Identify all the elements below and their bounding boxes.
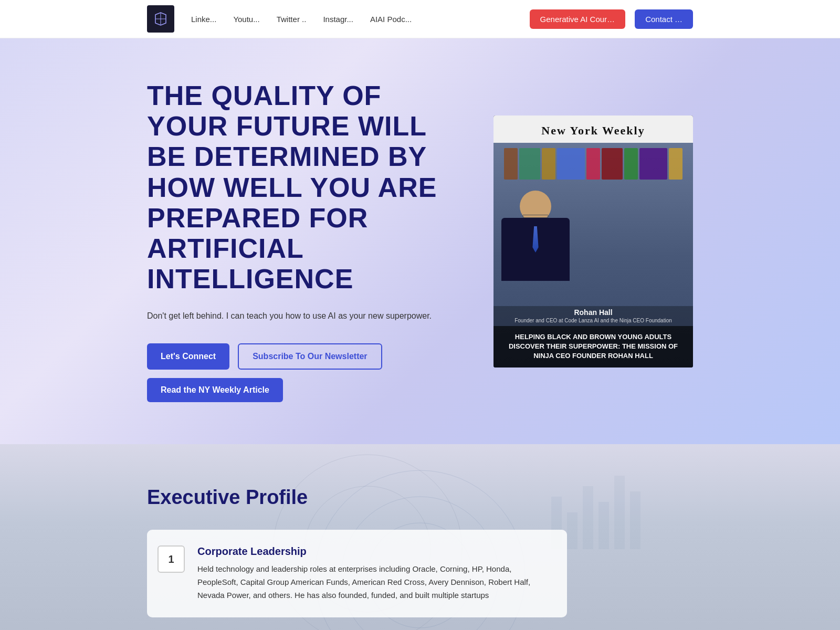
nav-podcast[interactable]: AIAI Podc... <box>363 10 419 28</box>
profile-card-title: Corporate Leadership <box>197 545 551 558</box>
executive-profile-section: Executive Profile 1 Corporate Leadership… <box>0 444 840 630</box>
nav-instagram[interactable]: Instagr... <box>316 10 361 28</box>
svg-rect-7 <box>598 502 609 549</box>
executive-profile-title: Executive Profile <box>147 486 693 509</box>
hero-buttons: Let's Connect Subscribe To Our Newslette… <box>147 343 462 402</box>
nav-youtube[interactable]: Youtu... <box>226 10 267 28</box>
nav-twitter[interactable]: Twitter .. <box>269 10 314 28</box>
read-ny-weekly-button[interactable]: Read the NY Weekly Article <box>147 378 283 402</box>
profile-card-content: Corporate Leadership Held technology and… <box>197 545 551 602</box>
navbar: Linke... Youtu... Twitter .. Instagr... … <box>0 0 840 38</box>
logo[interactable] <box>147 5 174 33</box>
hero-subtitle: Don't get left behind. I can teach you h… <box>147 309 462 323</box>
nav-links: Linke... Youtu... Twitter .. Instagr... … <box>184 10 520 28</box>
hero-section: THE QUALITY OF YOUR FUTURE WILL BE DETER… <box>0 38 840 444</box>
hero-title: THE QUALITY OF YOUR FUTURE WILL BE DETER… <box>147 80 462 295</box>
magazine-cover: New York Weekly <box>494 116 693 368</box>
magazine-person-image <box>494 191 578 306</box>
generative-ai-course-button[interactable]: Generative AI Cour… <box>530 9 626 29</box>
svg-rect-5 <box>567 512 578 549</box>
contact-button[interactable]: Contact … <box>635 9 693 29</box>
magazine-headline: HELPING BLACK AND BROWN YOUNG ADULTS DIS… <box>494 326 693 368</box>
magazine-photo: Rohan Hall Founder and CEO at Code Lanza… <box>494 143 693 368</box>
lets-connect-button[interactable]: Let's Connect <box>147 343 229 370</box>
magazine-person-name: Rohan Hall Founder and CEO at Code Lanza… <box>494 306 693 326</box>
hero-right: New York Weekly <box>494 116 693 368</box>
profile-card-text: Held technology and leadership roles at … <box>197 563 551 602</box>
magazine-title: New York Weekly <box>494 116 693 143</box>
subscribe-newsletter-button[interactable]: Subscribe To Our Newsletter <box>238 343 382 370</box>
hero-left: THE QUALITY OF YOUR FUTURE WILL BE DETER… <box>147 80 462 402</box>
profile-card-number: 1 <box>158 545 185 573</box>
profile-card: 1 Corporate Leadership Held technology a… <box>147 530 567 617</box>
nav-linkedin[interactable]: Linke... <box>184 10 224 28</box>
